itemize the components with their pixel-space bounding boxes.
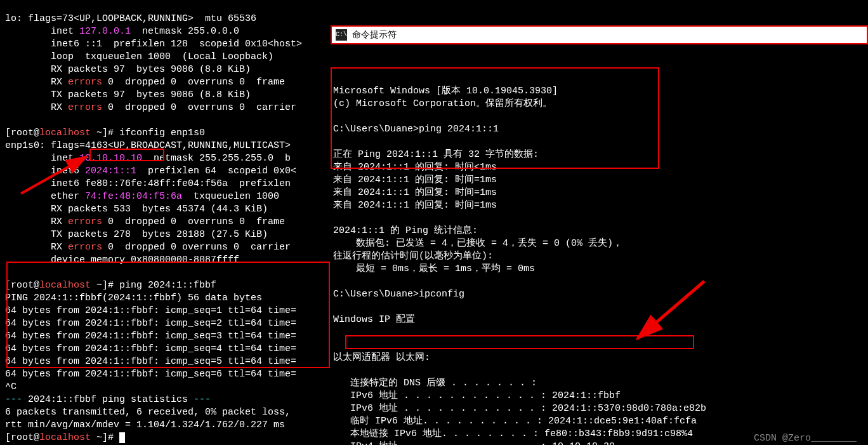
enp-ether: ether 74:fe:48:04:f5:6a txqueuelen 1000 bbox=[5, 191, 279, 202]
ipconfig-header: Windows IP 配置 bbox=[333, 314, 415, 325]
cmd-ipconfig: C:\Users\Duane>ipconfig bbox=[333, 289, 464, 300]
enp-rx: RX packets 533 bytes 45374 (44.3 KiB) bbox=[5, 204, 268, 215]
ping-reply-win-4: 来自 2024:1::1 的回复: 时间=1ms bbox=[333, 200, 497, 211]
ping-stats-2: rtt min/avg/max/mdev = 1.104/1.324/1.762… bbox=[5, 420, 285, 430]
ping-stats-win-3: 往返行程的估计时间(以毫秒为单位): bbox=[333, 251, 493, 262]
lo-inet-line: inet 127.0.0.1 netmask 255.0.0.0 bbox=[5, 26, 239, 37]
link-local-ipv6: 本地链接 IPv6 地址. . . . . . . . : fe80::b343… bbox=[333, 428, 693, 439]
lo-txerr: RX errors 0 dropped 0 overruns 0 carrier bbox=[5, 102, 296, 113]
ping-reply-6: 64 bytes from 2024:1::fbbf: icmp_seq=6 t… bbox=[5, 369, 296, 380]
ipv4-addr: IPv4 地址 . . . . . . . . . . . . : 10.10.… bbox=[333, 441, 615, 445]
enp-txerr: RX errors 0 dropped 0 overruns 0 carrier bbox=[5, 242, 291, 253]
ipv6-addr-1: IPv6 地址 . . . . . . . . . . . . : 2024:1… bbox=[333, 390, 621, 401]
lo-rxerr: RX errors 0 dropped 0 overruns 0 frame bbox=[5, 77, 291, 88]
ping-reply-win-3: 来自 2024:1::1 的回复: 时间=1ms bbox=[333, 187, 497, 198]
ping-stats-hdr: --- 2024:1::fbbf ping statistics --- bbox=[5, 394, 211, 405]
ping-stats-win-1: 2024:1::1 的 Ping 统计信息: bbox=[333, 225, 478, 236]
cmd-title: 命令提示符 bbox=[352, 29, 397, 41]
enp-rxerr: RX errors 0 dropped 0 overruns 0 frame bbox=[5, 216, 291, 227]
ping-reply-win-2: 来自 2024:1::1 的回复: 时间=1ms bbox=[333, 175, 497, 185]
ctrl-c: ^C bbox=[5, 382, 16, 392]
cmd-titlebar[interactable]: C:\ 命令提示符 bbox=[331, 25, 868, 44]
adapter-name: 以太网适配器 以太网: bbox=[333, 352, 430, 363]
temp-ipv6: 临时 IPv6 地址. . . . . . . . . . : 2024:1::… bbox=[333, 416, 697, 427]
ping-stats-win-4: 最短 = 0ms，最长 = 1ms，平均 = 0ms bbox=[333, 263, 535, 274]
watermark: CSDN @Zero________ bbox=[754, 433, 857, 444]
enp-tx: TX packets 278 bytes 28188 (27.5 KiB) bbox=[5, 229, 268, 240]
dns-suffix: 连接特定的 DNS 后缀 . . . . . . . : bbox=[333, 378, 537, 389]
lo-tx: TX packets 97 bytes 9086 (8.8 KiB) bbox=[5, 90, 251, 100]
lo-loop: loop txqueuelen 1000 (Local Loopback) bbox=[5, 51, 273, 62]
enp-inet6: inet6 2024:1::1 prefixlen 64 scopeid 0x0… bbox=[5, 166, 296, 176]
cmd-icon: C:\ bbox=[336, 29, 347, 41]
lo-header: lo: flags=73<UP,LOOPBACK,RUNNING> mtu 65… bbox=[5, 13, 256, 24]
lo-inet6: inet6 ::1 prefixlen 128 scopeid 0x10<hos… bbox=[5, 39, 302, 50]
highlight-box-win-ipv6 bbox=[345, 335, 694, 349]
highlight-box-linux-ipv6 bbox=[89, 149, 164, 161]
ping-stats-1: 6 packets transmitted, 6 received, 0% pa… bbox=[5, 407, 291, 418]
lo-rx: RX packets 97 bytes 9086 (8.8 KiB) bbox=[5, 64, 251, 75]
prompt-1: [root@localhost ~]# ifconfig enp1s0 bbox=[5, 128, 205, 138]
highlight-box-win-ping bbox=[331, 67, 659, 169]
ipv6-addr-2: IPv6 地址 . . . . . . . . . . . . : 2024:1… bbox=[333, 403, 706, 414]
linux-terminal[interactable]: lo: flags=73<UP,LOOPBACK,RUNNING> mtu 65… bbox=[0, 0, 331, 445]
ping-stats-win-2: 数据包: 已发送 = 4，已接收 = 4，丢失 = 0 (0% 丢失)， bbox=[333, 238, 622, 249]
prompt-3: [root@localhost ~]# bbox=[5, 432, 125, 443]
highlight-box-linux-ping bbox=[6, 262, 330, 368]
enp-inet6b: inet6 fe80::76fe:48ff:fe04:f56a prefixle… bbox=[5, 178, 291, 189]
